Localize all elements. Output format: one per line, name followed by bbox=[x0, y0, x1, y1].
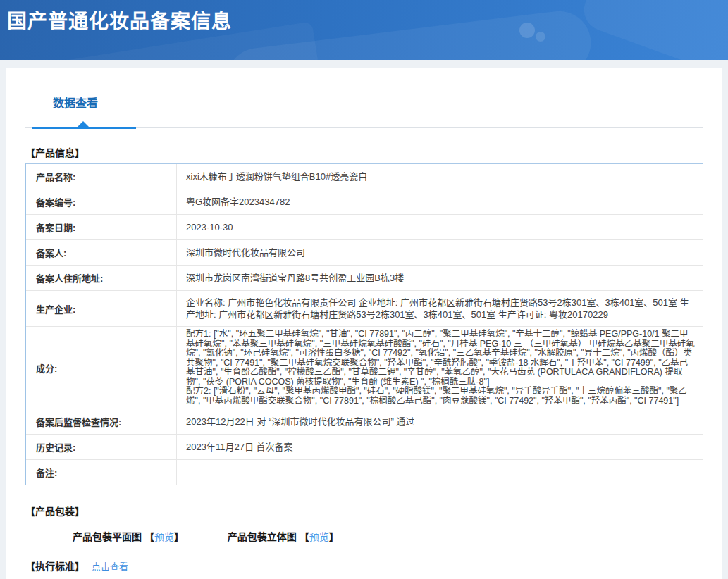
packaging-flat-item: 产品包装平面图 【预览】 bbox=[73, 531, 187, 542]
packaging-flat-label: 产品包装平面图 bbox=[73, 531, 142, 542]
tab-active-triangle bbox=[78, 121, 89, 127]
tab-underline bbox=[25, 120, 703, 128]
table-row-registrant-address: 备案人住所地址: 深圳市龙岗区南湾街道宝丹路8号共创盈工业园B栋3楼 bbox=[26, 266, 703, 291]
field-label: 成分: bbox=[26, 327, 177, 409]
tab-bar: 数据查看 bbox=[25, 94, 703, 120]
packaging-line: 产品包装平面图 【预览】 产品包装立体图 【预览】 bbox=[73, 529, 703, 543]
field-value: 2023年11月27日 首次备案 bbox=[177, 435, 703, 459]
table-row-supervision-check: 备案后监督检查情况: 2023年12月22日 对 “深圳市微时代化妆品有限公司”… bbox=[26, 409, 703, 435]
section-standard-title: 【执行标准】 bbox=[25, 559, 85, 573]
packaging-solid-item: 产品包装立体图 【预览】 bbox=[228, 531, 339, 542]
banner-decoration-corner bbox=[578, 0, 728, 60]
field-label: 备案后监督检查情况: bbox=[26, 409, 177, 434]
packaging-solid-preview-link[interactable]: 预览 bbox=[309, 531, 329, 542]
field-value: 深圳市龙岗区南湾街道宝丹路8号共创盈工业园B栋3楼 bbox=[177, 266, 703, 290]
table-row-manufacturer: 生产企业: 企业名称: 广州市艳色化妆品有限责任公司 企业地址: 广州市花都区新… bbox=[26, 291, 703, 327]
banner-decoration-circle-small bbox=[536, 32, 545, 42]
field-label: 产品名称: bbox=[26, 164, 177, 189]
section-standard: 【执行标准】 点击查看 bbox=[25, 559, 703, 573]
field-value: 配方1: ["水", "环五聚二甲基硅氧烷", "甘油", "CI 77891"… bbox=[177, 327, 703, 409]
field-label: 备注: bbox=[26, 460, 177, 485]
section-product-info-title: 【产品信息】 bbox=[25, 145, 703, 159]
bracket-close: 】 bbox=[174, 531, 184, 542]
standard-view-link[interactable]: 点击查看 bbox=[92, 559, 128, 573]
packaging-solid-label: 产品包装立体图 bbox=[228, 531, 297, 542]
field-label: 备案日期: bbox=[26, 215, 177, 239]
tab-data-view[interactable]: 数据查看 bbox=[53, 94, 98, 111]
table-row-ingredients: 成分: 配方1: ["水", "环五聚二甲基硅氧烷", "甘油", "CI 77… bbox=[26, 327, 703, 409]
table-row-registration-number: 备案编号: 粤G妆网备字2023434782 bbox=[26, 189, 703, 215]
product-info-table: 产品名称: xixi木糠布丁透润粉饼气垫组合B10#透亮瓷白 备案编号: 粤G妆… bbox=[25, 163, 703, 485]
field-value: 企业名称: 广州市艳色化妆品有限责任公司 企业地址: 广州市花都区新雅街石塘村庄… bbox=[177, 291, 703, 326]
field-value bbox=[177, 460, 703, 485]
bracket-open: 【 bbox=[300, 531, 309, 542]
field-label: 备案编号: bbox=[26, 189, 177, 214]
table-row-remarks: 备注: bbox=[26, 460, 703, 485]
table-row-history: 历史记录: 2023年11月27日 首次备案 bbox=[26, 435, 703, 460]
page-header-banner: 国产普通化妆品备案信息 bbox=[0, 0, 728, 60]
field-value: xixi木糠布丁透润粉饼气垫组合B10#透亮瓷白 bbox=[177, 164, 703, 189]
table-row-registration-date: 备案日期: 2023-10-30 bbox=[26, 215, 703, 240]
table-row-product-name: 产品名称: xixi木糠布丁透润粉饼气垫组合B10#透亮瓷白 bbox=[26, 164, 703, 189]
field-label: 历史记录: bbox=[26, 435, 177, 459]
page-title: 国产普通化妆品备案信息 bbox=[7, 6, 232, 34]
table-row-registrant: 备案人: 深圳市微时代化妆品有限公司 bbox=[26, 240, 703, 266]
field-label: 生产企业: bbox=[26, 291, 177, 326]
bracket-open: 【 bbox=[144, 531, 154, 542]
banner-decoration-circle bbox=[519, 23, 535, 38]
bracket-close: 】 bbox=[329, 531, 339, 542]
field-value: 2023年12月22日 对 “深圳市微时代化妆品有限公司” 通过 bbox=[177, 409, 703, 434]
field-value: 粤G妆网备字2023434782 bbox=[177, 189, 703, 214]
content-card: 数据查看 【产品信息】 产品名称: xixi木糠布丁透润粉饼气垫组合B10#透亮… bbox=[6, 68, 722, 579]
packaging-flat-preview-link[interactable]: 预览 bbox=[154, 531, 174, 542]
field-label: 备案人: bbox=[26, 240, 177, 265]
field-value: 深圳市微时代化妆品有限公司 bbox=[177, 240, 703, 265]
tab-active-indicator bbox=[32, 127, 136, 129]
field-label: 备案人住所地址: bbox=[26, 266, 177, 290]
field-value: 2023-10-30 bbox=[177, 215, 703, 239]
section-packaging-title: 【产品包装】 bbox=[25, 504, 703, 518]
